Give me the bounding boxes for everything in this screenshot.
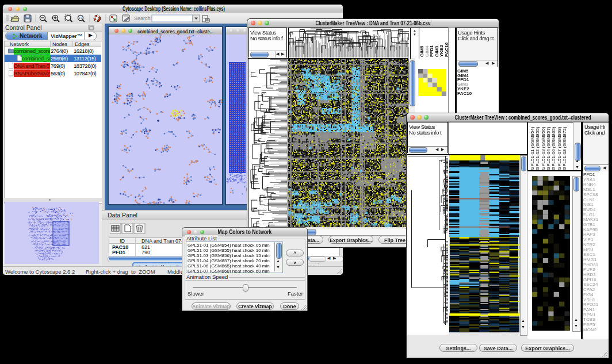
svg-text:1:1: 1:1 (79, 16, 83, 20)
svg-text:Search:: Search: (134, 16, 152, 21)
